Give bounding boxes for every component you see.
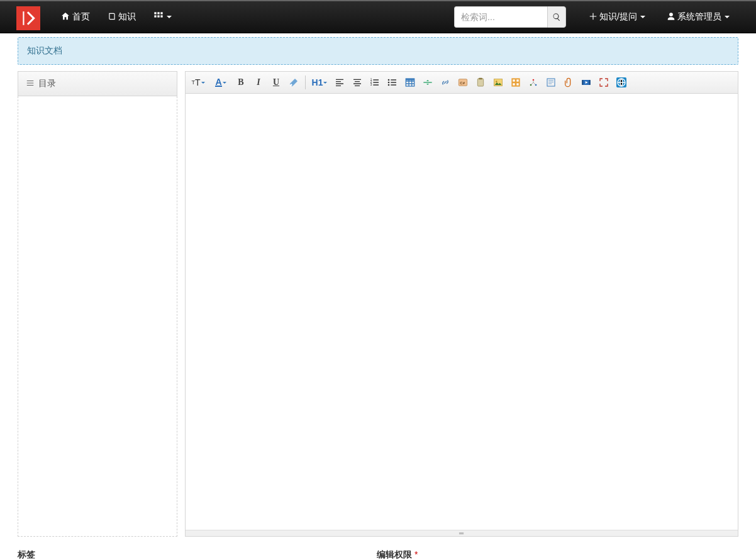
- brand-logo[interactable]: [16, 6, 40, 30]
- svg-rect-31: [589, 80, 591, 85]
- search-input[interactable]: [454, 6, 547, 28]
- navbar: 首页 知识 知识/提问: [0, 0, 756, 33]
- formula-button[interactable]: [527, 76, 540, 89]
- eraser-icon: [289, 77, 299, 87]
- toc-body: [18, 96, 177, 537]
- svg-rect-22: [516, 79, 518, 81]
- svg-rect-17: [479, 78, 482, 80]
- italic-button[interactable]: I: [252, 76, 265, 89]
- nav-home[interactable]: 首页: [52, 1, 99, 33]
- list-icon: [26, 79, 35, 89]
- table-icon: [405, 77, 415, 87]
- fullscreen-icon: [599, 77, 609, 87]
- bold-button[interactable]: B: [235, 76, 247, 89]
- font-size-button[interactable]: TT: [189, 76, 207, 89]
- editor-toolbar: TT A B I U H1: [186, 72, 738, 94]
- chevron-down-icon: [725, 16, 730, 18]
- template-icon: [546, 77, 556, 87]
- svg-rect-21: [513, 79, 514, 81]
- home-icon: [60, 11, 70, 23]
- resize-grip[interactable]: ═: [186, 530, 738, 536]
- svg-rect-20: [511, 78, 520, 86]
- toc-header: 目录: [18, 71, 177, 96]
- required-mark: *: [414, 549, 418, 559]
- link-icon: [440, 77, 450, 87]
- nav-user-label: 系统管理员: [677, 11, 721, 23]
- code-icon: C#: [458, 77, 468, 87]
- globe-icon: [616, 77, 626, 87]
- hr-button[interactable]: [421, 76, 434, 89]
- svg-point-9: [388, 79, 390, 81]
- svg-text:C#: C#: [460, 81, 465, 85]
- toolbar-group-font: TT A B I U: [189, 76, 300, 89]
- nav-knowledge-label: 知识: [118, 11, 136, 23]
- unordered-list-button[interactable]: [386, 76, 399, 89]
- toolbar-group-paragraph: H1 123: [311, 76, 628, 89]
- nav-new-label: 知识/提问: [599, 11, 637, 23]
- nav-knowledge[interactable]: 知识: [99, 1, 145, 33]
- ordered-list-icon: 123: [370, 77, 380, 87]
- video-button[interactable]: [580, 76, 592, 89]
- template-button[interactable]: [545, 76, 557, 89]
- ordered-list-button[interactable]: 123: [369, 76, 381, 89]
- editor: TT A B I U H1: [185, 71, 738, 537]
- link-button[interactable]: [439, 76, 452, 89]
- code-button[interactable]: C#: [457, 76, 469, 89]
- svg-rect-28: [547, 79, 555, 86]
- logo-icon: [20, 10, 36, 26]
- chevron-down-icon: [640, 16, 645, 18]
- permission-label: 编辑权限: [377, 549, 412, 559]
- chevron-down-icon: [201, 82, 205, 84]
- main: 目录 TT A B I U: [0, 71, 756, 537]
- qrcode-button[interactable]: [509, 76, 522, 89]
- eraser-button[interactable]: [287, 76, 300, 89]
- nav-home-label: 首页: [72, 11, 90, 23]
- search-wrap: [454, 6, 566, 28]
- page-title: 知识文档: [27, 45, 62, 55]
- align-left-button[interactable]: [333, 76, 346, 89]
- sidebar: 目录: [18, 71, 177, 537]
- unordered-list-icon: [387, 77, 397, 87]
- nav-user[interactable]: 系统管理员: [658, 1, 738, 33]
- search-button[interactable]: [547, 6, 566, 28]
- align-left-icon: [335, 77, 345, 87]
- image-icon: [493, 77, 503, 87]
- underline-button[interactable]: U: [270, 76, 282, 89]
- nav-new-knowledge[interactable]: 知识/提问: [580, 1, 654, 33]
- bottom-fields: 标签 编辑权限 *: [0, 537, 756, 560]
- image-button[interactable]: [492, 76, 504, 89]
- nav-apps[interactable]: [145, 1, 181, 33]
- paste-button[interactable]: [474, 76, 487, 89]
- table-button[interactable]: [404, 76, 416, 89]
- align-center-button[interactable]: [351, 76, 364, 89]
- svg-rect-0: [154, 12, 156, 14]
- svg-point-11: [388, 84, 390, 86]
- paperclip-icon: [564, 77, 574, 87]
- grid-icon: [153, 11, 164, 23]
- font-color-button[interactable]: A: [212, 76, 230, 89]
- svg-rect-5: [160, 15, 162, 17]
- svg-rect-30: [582, 80, 583, 85]
- plus-icon: [589, 12, 598, 23]
- align-center-icon: [352, 77, 362, 87]
- svg-point-19: [496, 81, 498, 82]
- svg-text:3: 3: [370, 83, 372, 86]
- qrcode-icon: [511, 77, 521, 87]
- toolbar-separator: [305, 76, 306, 89]
- toc-label: 目录: [38, 78, 56, 89]
- fullscreen-button[interactable]: [598, 76, 610, 89]
- heading-button[interactable]: H1: [311, 76, 328, 89]
- chevron-down-icon: [223, 82, 226, 84]
- svg-rect-16: [477, 79, 483, 86]
- svg-rect-13: [406, 79, 414, 81]
- book-icon: [108, 12, 116, 23]
- nav-left: 首页 知识: [52, 1, 181, 33]
- svg-rect-2: [160, 12, 162, 14]
- formula-icon: [528, 77, 538, 87]
- svg-point-10: [388, 82, 390, 84]
- source-button[interactable]: [615, 76, 628, 89]
- chevron-down-icon: [323, 82, 327, 84]
- attachment-button[interactable]: [562, 76, 575, 89]
- svg-rect-3: [154, 15, 156, 17]
- editor-canvas[interactable]: [186, 94, 738, 530]
